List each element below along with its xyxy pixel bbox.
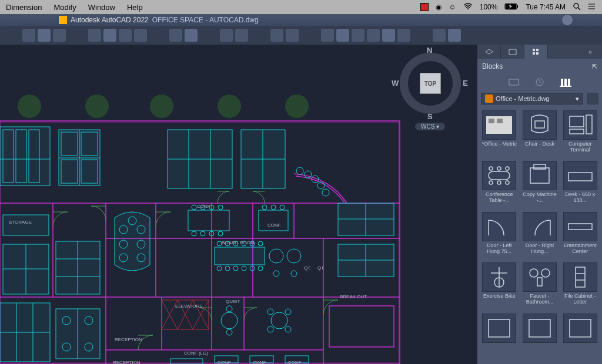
label-qt1: QT. (304, 265, 311, 271)
print-preview-icon[interactable] (38, 29, 51, 42)
paste-special-icon[interactable] (134, 29, 147, 42)
viewcube-face[interactable]: TOP (420, 73, 441, 94)
svg-point-90 (258, 241, 263, 246)
text-icon[interactable] (397, 29, 410, 42)
print-icon[interactable] (22, 29, 35, 42)
block-item[interactable]: Entertainment Center (561, 212, 598, 259)
dir-w: W (392, 79, 399, 87)
panel-tab-blocks[interactable] (524, 45, 548, 59)
label-conf2: CONF (267, 223, 281, 228)
wcs-label[interactable]: WCS ▾ (415, 123, 445, 130)
block-item[interactable]: *Office - Metric (481, 110, 518, 157)
panel-title: Blocks (482, 62, 503, 70)
block-item[interactable]: File Cabinet - Letter (561, 262, 598, 309)
svg-point-95 (250, 266, 255, 271)
menu-window[interactable]: Window (82, 3, 121, 12)
block-item[interactable]: Desk - 650 x 130... (561, 161, 598, 208)
block-label: Desk - 650 x 130... (561, 192, 598, 204)
svg-point-134 (267, 309, 273, 315)
label-reception: RECEPTION (115, 337, 142, 342)
block-item[interactable] (481, 314, 518, 360)
label-board: BOARD ROOM (222, 240, 255, 245)
block-thumb-icon (482, 110, 516, 140)
svg-point-131 (273, 271, 279, 277)
block-label: *Office - Metric (482, 141, 517, 153)
block-editor-icon[interactable] (185, 29, 198, 42)
menu-dimension[interactable]: Dimension (0, 3, 48, 12)
svg-point-171 (530, 269, 538, 277)
svg-point-132 (291, 271, 297, 277)
layer-icon[interactable] (321, 29, 334, 42)
svg-rect-71 (188, 210, 229, 231)
svg-point-77 (200, 231, 205, 236)
dim-icon[interactable] (433, 29, 446, 42)
block-item[interactable] (561, 314, 598, 360)
drawing-canvas[interactable]: STORAGE CONF CONF BOARD ROOM ELEVATORS Q… (0, 45, 477, 364)
filter-options-icon[interactable] (587, 93, 598, 105)
block-thumb-icon (563, 161, 597, 190)
svg-rect-138 (509, 49, 516, 55)
svg-rect-146 (564, 79, 567, 86)
undo-icon[interactable] (220, 29, 233, 42)
block-item[interactable]: Conference Table -... (481, 161, 518, 208)
svg-point-105 (226, 306, 232, 312)
table-icon[interactable] (382, 29, 395, 42)
block-thumb-icon (523, 161, 557, 190)
subtab-history-icon[interactable] (534, 77, 546, 87)
cut-icon[interactable] (88, 29, 101, 42)
block-item[interactable]: Faucet - Bathroom... (521, 262, 558, 309)
svg-point-9 (588, 4, 588, 5)
xref-icon[interactable] (352, 29, 364, 42)
panel-tab-more[interactable]: » (578, 45, 602, 59)
macos-menubar: Dimension Modify Window Help ◉ ☺ 100% Tu… (0, 0, 602, 14)
battery-pct: 100% (480, 3, 498, 11)
block-item[interactable]: Door - Right Hung... (521, 212, 558, 259)
svg-rect-141 (533, 52, 535, 55)
menu-modify[interactable]: Modify (48, 3, 82, 12)
block-item[interactable]: Computer Terminal (561, 110, 598, 157)
app-titlebar: Autodesk AutoCAD 2022 OFFICE SPACE - AUT… (0, 14, 602, 26)
block-item[interactable]: Copy Machine -... (521, 161, 558, 208)
subtab-library-icon[interactable] (560, 77, 571, 87)
svg-rect-84 (215, 247, 265, 265)
svg-rect-145 (561, 79, 563, 86)
attach-icon[interactable] (336, 29, 349, 42)
image-icon[interactable] (367, 29, 380, 42)
pan-icon[interactable] (286, 29, 299, 42)
svg-point-62 (322, 189, 329, 196)
block-label: File Cabinet - Letter (561, 294, 598, 305)
autocad-logo-icon (59, 16, 67, 24)
svg-rect-153 (586, 115, 592, 134)
svg-point-0 (467, 8, 469, 9)
label-qt2: QT. (317, 265, 325, 271)
label-conf3c: CONF (218, 360, 231, 364)
spotlight-icon[interactable] (573, 2, 581, 12)
block-thumb-icon (482, 262, 516, 292)
match-properties-icon[interactable] (169, 29, 182, 42)
svg-rect-139 (533, 49, 535, 51)
svg-point-82 (271, 205, 276, 210)
panel-tab-layers[interactable] (477, 45, 501, 59)
block-item[interactable]: Chair - Desk (521, 110, 558, 157)
panel-detach-icon[interactable]: ⇱ (592, 63, 597, 70)
copy-icon[interactable] (103, 29, 116, 42)
panel-tab-files[interactable] (501, 45, 524, 59)
label-reception2: RECEPTION (113, 360, 141, 364)
block-item[interactable]: Exercise Bike (481, 262, 518, 309)
measure-icon[interactable] (448, 29, 461, 42)
user-avatar[interactable] (562, 15, 573, 25)
menu-help[interactable]: Help (121, 3, 149, 12)
subtab-recent-icon[interactable] (508, 77, 520, 87)
filter-dropdown[interactable]: Office - Metric.dwg ▾ (481, 93, 583, 105)
svg-rect-179 (570, 319, 591, 337)
svg-rect-143 (509, 79, 519, 85)
redo-icon[interactable] (235, 29, 248, 42)
list-icon[interactable] (588, 2, 596, 12)
paste-icon[interactable] (119, 29, 132, 42)
print-settings-icon[interactable] (53, 29, 66, 42)
label-quiet: QUIET (226, 299, 240, 304)
select-icon[interactable] (270, 29, 283, 42)
viewcube[interactable]: TOP N S E W WCS ▾ (395, 48, 466, 119)
block-item[interactable] (521, 314, 558, 360)
block-item[interactable]: Door - Left Hung 75... (481, 212, 518, 259)
